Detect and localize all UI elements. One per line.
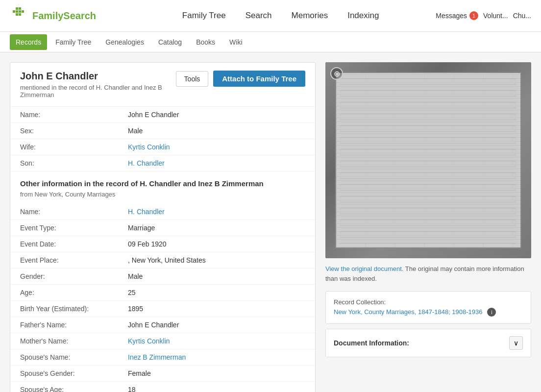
field-link[interactable]: Inez B Zimmerman <box>128 353 186 361</box>
son-link[interactable]: H. Chandler <box>128 159 165 167</box>
document-image[interactable] <box>325 62 531 258</box>
person-details: Name: John E Chandler Sex: Male Wife: Ky… <box>10 107 315 172</box>
nav-family-tree[interactable]: Family Tree <box>182 8 226 23</box>
field-value[interactable]: H. Chandler <box>118 204 315 220</box>
table-row: Name:H. Chandler <box>10 204 315 220</box>
field-label: Son: <box>10 155 118 172</box>
attach-button[interactable]: Attach to Family Tree <box>213 71 305 87</box>
field-value: 25 <box>118 285 315 301</box>
field-label: Event Place: <box>10 252 118 269</box>
table-row: Name: John E Chandler <box>10 107 315 123</box>
nav-search[interactable]: Search <box>246 8 272 23</box>
table-row: Mother's Name:Kyrtis Conklin <box>10 333 315 349</box>
field-value: , New York, United States <box>118 252 315 269</box>
subnav-records[interactable]: Records <box>10 34 47 50</box>
field-label: Gender: <box>10 269 118 285</box>
field-value: Female <box>118 366 315 382</box>
field-label: Spouse's Age: <box>10 382 118 392</box>
wife-link[interactable]: Kyrtis Conklin <box>128 143 170 151</box>
main-nav: Family Tree Search Memories Indexing <box>125 8 436 23</box>
original-doc-link: View the original document. The original… <box>325 264 531 283</box>
doc-info-chevron[interactable]: ∨ <box>509 336 523 350</box>
subnav-genealogies[interactable]: Genealogies <box>99 34 150 50</box>
doc-info-label: Document Information: <box>334 339 409 347</box>
view-original-link[interactable]: View the original document. <box>325 265 403 272</box>
field-value: 18 <box>118 382 315 392</box>
field-label: Birth Year (Estimated): <box>10 301 118 317</box>
table-row: Wife: Kyrtis Conklin <box>10 139 315 155</box>
field-label: Wife: <box>10 139 118 155</box>
person-name: John E Chandler <box>20 71 166 82</box>
zoom-icon[interactable]: ⊕ <box>330 67 343 80</box>
field-label: Name: <box>10 204 118 220</box>
svg-rect-6 <box>19 13 21 16</box>
messages-label: Messages <box>436 12 467 20</box>
table-row: Gender:Male <box>10 269 315 285</box>
svg-rect-2 <box>13 10 15 13</box>
tools-button[interactable]: Tools <box>176 71 209 87</box>
person-table: Name: John E Chandler Sex: Male Wife: Ky… <box>10 107 315 172</box>
user-label: Chu... <box>513 12 531 20</box>
nav-memories[interactable]: Memories <box>292 8 328 23</box>
table-row: Event Date:09 Feb 1920 <box>10 236 315 252</box>
field-value: Male <box>118 123 315 139</box>
field-label: Name: <box>10 107 118 123</box>
left-panel: John E Chandler mentioned in the record … <box>10 62 316 392</box>
svg-rect-5 <box>16 13 18 16</box>
field-value[interactable]: Inez B Zimmerman <box>118 349 315 366</box>
header: FamilySearch Family Tree Search Memories… <box>0 0 541 32</box>
messages-badge[interactable]: Messages 1 <box>436 11 478 20</box>
field-label: Mother's Name: <box>10 333 118 349</box>
subnav-books[interactable]: Books <box>190 34 221 50</box>
messages-count: 1 <box>469 11 478 20</box>
table-row: Son: H. Chandler <box>10 155 315 172</box>
field-value: 09 Feb 1920 <box>118 236 315 252</box>
logo-icon <box>10 6 28 25</box>
other-info-table: Name:H. ChandlerEvent Type:MarriageEvent… <box>10 204 315 392</box>
logo[interactable]: FamilySearch <box>10 6 96 25</box>
info-icon[interactable]: i <box>487 308 496 317</box>
table-row: Sex: Male <box>10 123 315 139</box>
field-label: Father's Name: <box>10 317 118 333</box>
subnav-family-tree[interactable]: Family Tree <box>49 34 97 50</box>
svg-rect-4 <box>19 10 21 13</box>
table-row: Spouse's Name:Inez B Zimmerman <box>10 349 315 366</box>
field-label: Sex: <box>10 123 118 139</box>
table-row: Age:25 <box>10 285 315 301</box>
record-collection-label: Record Collection: <box>334 298 523 306</box>
other-info-details: Name:H. ChandlerEvent Type:MarriageEvent… <box>10 204 315 392</box>
field-label: Event Type: <box>10 220 118 236</box>
table-row: Father's Name:John E Chandler <box>10 317 315 333</box>
field-value: Marriage <box>118 220 315 236</box>
svg-rect-1 <box>19 7 21 10</box>
nav-indexing[interactable]: Indexing <box>347 8 379 23</box>
image-container: ⊕ <box>325 62 531 258</box>
person-info: John E Chandler mentioned in the record … <box>20 71 166 98</box>
table-row: Event Type:Marriage <box>10 220 315 236</box>
svg-rect-3 <box>16 10 18 13</box>
other-info-heading: Other information in the record of H. Ch… <box>10 172 315 190</box>
field-link[interactable]: H. Chandler <box>128 208 165 216</box>
person-subtitle: mentioned in the record of H. Chandler a… <box>20 84 166 98</box>
subnav-catalog[interactable]: Catalog <box>152 34 188 50</box>
field-value-link[interactable]: Kyrtis Conklin <box>118 139 315 155</box>
field-value: John E Chandler <box>118 107 315 123</box>
sub-nav: Records Family Tree Genealogies Catalog … <box>0 32 541 52</box>
record-collection-section: Record Collection: New York, County Marr… <box>325 291 531 324</box>
table-row: Birth Year (Estimated):1895 <box>10 301 315 317</box>
volunteer-label: Volunt... <box>483 12 508 20</box>
field-value-link[interactable]: H. Chandler <box>118 155 315 172</box>
field-label: Spouse's Name: <box>10 349 118 366</box>
table-row: Spouse's Age:18 <box>10 382 315 392</box>
other-info-subheading: from New York, County Marriages <box>10 190 315 204</box>
right-panel: ⊕ View the original document. The origin… <box>325 62 531 392</box>
field-value: Male <box>118 269 315 285</box>
doc-info-section: Document Information: ∨ <box>325 329 531 357</box>
field-value: 1895 <box>118 301 315 317</box>
field-link[interactable]: Kyrtis Conklin <box>128 337 170 345</box>
svg-rect-7 <box>22 10 24 13</box>
header-right: Messages 1 Volunt... Chu... <box>436 11 531 20</box>
record-collection-link[interactable]: New York, County Marriages, 1847-1848; 1… <box>334 308 483 316</box>
subnav-wiki[interactable]: Wiki <box>223 34 248 50</box>
field-value[interactable]: Kyrtis Conklin <box>118 333 315 349</box>
